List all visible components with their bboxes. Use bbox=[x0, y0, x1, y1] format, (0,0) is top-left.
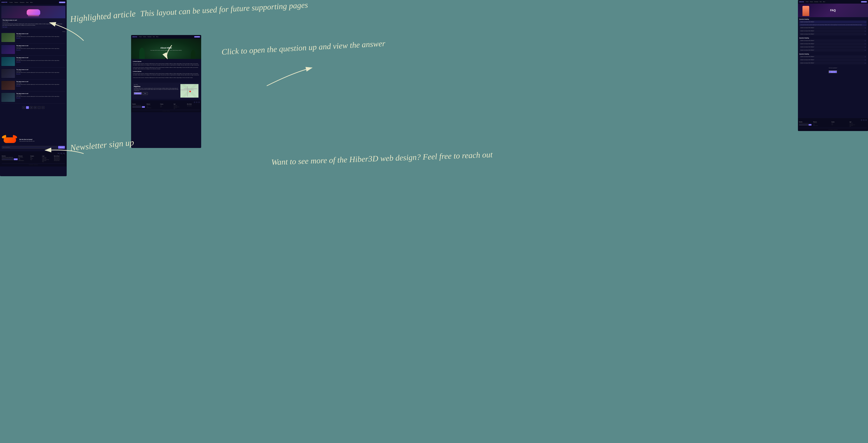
news-item-title: The latest news is out! bbox=[16, 33, 65, 34]
right-social-icon-2[interactable] bbox=[863, 119, 865, 121]
right-footer-resources-item[interactable]: Press bbox=[813, 125, 831, 125]
right-footer-resources-item[interactable]: FAQ bbox=[813, 124, 831, 124]
right-nav-product[interactable]: Product bbox=[806, 1, 809, 2]
mid-section1-text2: Lorem ipsum dolor sit amet, consectetur … bbox=[133, 67, 199, 69]
mid-footer-subscribe-button[interactable]: Subscribe bbox=[142, 106, 145, 108]
faq-item[interactable]: Question Lorem Ipsum Dolor Sit Amet? + bbox=[799, 30, 867, 32]
mid-footer-newsletter-desc: Keep up with latest Hiber3D news bbox=[132, 105, 146, 106]
mid-footer: Newsletter Keep up with latest Hiber3D n… bbox=[131, 100, 201, 112]
right-footer-company-item[interactable]: About bbox=[831, 123, 849, 123]
newsletter-subscribe-button[interactable]: Subscribe bbox=[58, 146, 65, 149]
right-footer-legal-item[interactable]: Cookie Policy bbox=[849, 124, 867, 124]
right-footer-subscribe-button[interactable]: Subscribe bbox=[809, 124, 811, 126]
hero-article-title: The latest news is out! bbox=[2, 20, 64, 21]
right-footer-company-title: Company bbox=[831, 122, 849, 123]
page-next-button[interactable]: > bbox=[41, 106, 44, 109]
left-nav-get-started-button[interactable]: Get Started bbox=[59, 2, 65, 3]
mid-nav-get-started-button[interactable]: Get Started bbox=[194, 36, 200, 37]
mid-nav-news[interactable]: News bbox=[153, 36, 155, 37]
right-footer-resources-item[interactable]: Documentation bbox=[813, 123, 831, 123]
news-item-link[interactable]: Read article bbox=[16, 74, 65, 74]
faq-question: Question Lorem Ipsum Dolor Sit Amet? bbox=[800, 22, 814, 22]
faq-item[interactable]: Question Lorem Ipsum Dolor Sit Amet? + bbox=[799, 46, 867, 48]
faq-answer: Lorem ipsum dolor sit amet, consectetur … bbox=[799, 24, 867, 26]
news-item-link[interactable]: Read article bbox=[16, 98, 65, 99]
mid-section2-text1: Lorem ipsum dolor sit amet, consectetur … bbox=[133, 73, 199, 75]
right-nav-get-started-button[interactable]: Get Started bbox=[861, 1, 867, 2]
page-2-button[interactable]: 2 bbox=[30, 106, 33, 109]
mid-nav-about[interactable]: About bbox=[156, 36, 158, 37]
hero-article-link[interactable]: Read article bbox=[2, 27, 64, 28]
faq-expand-icon: + bbox=[865, 43, 866, 44]
mid-nav-features[interactable]: Features bbox=[143, 36, 146, 37]
faq-item[interactable]: Question Lorem Ipsum Dolor Sit Amet? − bbox=[799, 21, 867, 23]
news-item-link[interactable]: Read article bbox=[16, 86, 65, 87]
right-footer-newsletter-input[interactable] bbox=[799, 124, 808, 126]
footer-newsletter-input[interactable] bbox=[2, 158, 13, 160]
social-icon-1[interactable]: ▪ bbox=[58, 153, 59, 155]
page-3-button[interactable]: 3 bbox=[34, 106, 37, 109]
newsletter-email-input[interactable] bbox=[2, 146, 57, 149]
footer-resources-items: DocumentationFAQPressInvestor Relations bbox=[19, 157, 29, 161]
footer-legal-title: Legal bbox=[42, 156, 53, 157]
left-nav-link-product[interactable]: Product bbox=[9, 2, 13, 3]
left-nav-link-news[interactable]: News bbox=[26, 2, 29, 3]
news-item-title: The latest news is out! bbox=[16, 57, 65, 58]
right-footer-resources-title: Resources bbox=[813, 122, 831, 123]
news-item-text: Lorem ipsum dolor sit amet, consectetur … bbox=[16, 60, 65, 61]
news-list-item: The latest news is out! June 20, 2023 Lo… bbox=[1, 93, 65, 103]
sort-label[interactable]: Sort by bbox=[62, 31, 65, 32]
news-item-link[interactable]: Read article bbox=[16, 38, 65, 39]
right-nav-features[interactable]: Features bbox=[810, 1, 813, 2]
faq-question: Question Lorem Ipsum Dolor Sit Amet? bbox=[800, 63, 814, 64]
mid-footer-copyright: © 2023 HIBER3D. All rights reserved. bbox=[132, 111, 200, 111]
news-item-title: The latest news is out! bbox=[16, 81, 65, 82]
faq-item[interactable]: Question Lorem Ipsum Dolor Sit Amet? + bbox=[799, 55, 867, 58]
footer-subscribe-button[interactable]: Subscribe bbox=[14, 158, 18, 160]
right-footer-legal-item[interactable]: Terms of Use bbox=[849, 125, 867, 126]
right-social-icon-3[interactable] bbox=[865, 119, 867, 121]
news-item-link[interactable]: Read article bbox=[16, 50, 65, 50]
right-nav-news[interactable]: News bbox=[820, 1, 822, 2]
mid-social-icon-2[interactable] bbox=[196, 101, 197, 103]
news-item-date: June 20, 2023 bbox=[16, 35, 65, 36]
faq-item[interactable]: Question Lorem Ipsum Dolor Sit Amet? + bbox=[799, 27, 867, 29]
hero-article-date: June 20, 2023 bbox=[2, 22, 64, 23]
right-footer-company-item[interactable]: Press bbox=[831, 125, 849, 125]
faq-item[interactable]: Question Lorem Ipsum Dolor Sit Amet? + bbox=[799, 49, 867, 52]
hero-article-content: The latest news is out! June 20, 2023 Lo… bbox=[1, 18, 65, 29]
right-footer-company-item[interactable]: Careers bbox=[831, 124, 849, 124]
right-social-icon-1[interactable] bbox=[861, 119, 862, 121]
inq-heading: Inquiries bbox=[134, 86, 179, 87]
faq-item[interactable]: Question Lorem Ipsum Dolor Sit Amet? + bbox=[799, 62, 867, 64]
left-nav-link-features[interactable]: Features bbox=[14, 2, 18, 3]
page-1-button[interactable]: 1 bbox=[26, 106, 29, 109]
mid-nav-developers[interactable]: Developers bbox=[148, 36, 152, 37]
faq-question: Question Lorem Ipsum Dolor Sit Amet? bbox=[800, 43, 814, 44]
inq-send-button[interactable]: Send a Form bbox=[134, 92, 142, 95]
right-footer-resources-item[interactable]: Investor Relations bbox=[813, 125, 831, 126]
mid-social-icon-1[interactable] bbox=[194, 101, 195, 103]
inq-email-button[interactable]: Email bbox=[143, 92, 148, 95]
left-nav-link-developers[interactable]: Developers bbox=[20, 2, 24, 3]
page-prev-button[interactable]: < bbox=[22, 106, 25, 109]
hero-article-text: Lorem ipsum dolor sit amet, consectetur … bbox=[2, 23, 64, 26]
news-item-link[interactable]: Read article bbox=[16, 62, 65, 63]
faq-item[interactable]: Question Lorem Ipsum Dolor Sit Amet? + bbox=[799, 42, 867, 45]
right-footer-legal-item[interactable]: Privacy Policy bbox=[849, 123, 867, 123]
mid-footer-newsletter-input[interactable] bbox=[132, 106, 142, 108]
faq-contact-button[interactable]: Reach out bbox=[829, 70, 837, 73]
mid-nav-product[interactable]: Product bbox=[139, 36, 142, 37]
right-nav-developers[interactable]: Developers bbox=[814, 1, 818, 2]
faq-item[interactable]: Question Lorem Ipsum Dolor Sit Amet? + bbox=[799, 33, 867, 35]
faq-item[interactable]: Question Lorem Ipsum Dolor Sit Amet? + bbox=[799, 59, 867, 61]
left-nav-link-about[interactable]: About bbox=[30, 2, 33, 3]
social-icon-3[interactable]: ▪ bbox=[63, 153, 65, 155]
right-footer-content-creator-policy[interactable]: Content Creator Policy bbox=[849, 125, 867, 125]
right-footer-legal-item[interactable]: Hiber+ bbox=[849, 126, 867, 127]
mid-social-icon-3[interactable] bbox=[198, 101, 200, 103]
mid-section1-text1: Lorem ipsum dolor sit amet, consectetur … bbox=[133, 63, 199, 66]
right-nav-about[interactable]: About bbox=[823, 1, 825, 2]
social-icon-2[interactable]: ▪ bbox=[60, 153, 62, 155]
faq-item[interactable]: Question Lorem Ipsum Dolor Sit Amet? + bbox=[799, 39, 867, 42]
